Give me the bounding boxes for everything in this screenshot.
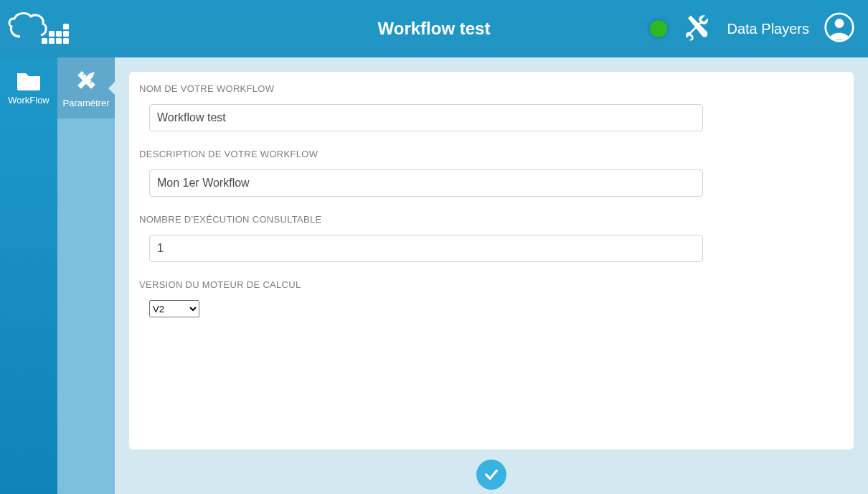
- card-footer: [129, 449, 854, 494]
- settings-form: NOM DE VOTRE WORKFLOW DESCRIPTION DE VOT…: [139, 83, 706, 317]
- settings-card: NOM DE VOTRE WORKFLOW DESCRIPTION DE VOT…: [129, 72, 854, 449]
- user-circle-icon: [824, 11, 855, 43]
- svg-rect-4: [49, 31, 55, 37]
- app-logo[interactable]: [4, 7, 79, 50]
- page-title: Workflow test: [378, 19, 491, 39]
- workflow-name-label: NOM DE VOTRE WORKFLOW: [139, 83, 706, 94]
- svg-rect-6: [63, 31, 69, 37]
- tools-button[interactable]: [681, 11, 713, 46]
- app-header: Workflow test Data Players: [0, 0, 868, 57]
- engine-version-select[interactable]: V2: [149, 300, 199, 317]
- workflow-name-input[interactable]: [149, 104, 703, 131]
- subsidebar-item-label: Paramétrer: [62, 98, 109, 108]
- check-icon: [483, 467, 499, 483]
- exec-count-input[interactable]: [149, 235, 703, 262]
- confirm-button[interactable]: [476, 460, 506, 490]
- workflow-description-input[interactable]: [149, 169, 703, 197]
- svg-rect-5: [56, 31, 62, 37]
- brand-label: Data Players: [727, 21, 810, 37]
- svg-rect-1: [49, 38, 55, 44]
- subsidebar-item-params[interactable]: Paramétrer: [57, 57, 115, 118]
- svg-rect-7: [63, 24, 69, 29]
- status-indicator[interactable]: [650, 20, 667, 37]
- sidebar-item-workflow[interactable]: WorkFlow: [0, 57, 57, 113]
- main-content: NOM DE VOTRE WORKFLOW DESCRIPTION DE VOT…: [115, 57, 868, 494]
- header-right: Data Players: [650, 11, 869, 46]
- tools-icon: [681, 11, 713, 43]
- ruler-pencil-icon: [71, 66, 101, 95]
- cloud-logo-icon: [6, 9, 77, 48]
- primary-sidebar: WorkFlow: [0, 57, 57, 494]
- svg-rect-0: [42, 38, 47, 44]
- exec-count-label: NOMBRE D'EXÉCUTION CONSULTABLE: [139, 214, 706, 225]
- secondary-sidebar: Paramétrer: [57, 57, 115, 494]
- svg-rect-3: [63, 38, 69, 44]
- workflow-description-label: DESCRIPTION DE VOTRE WORKFLOW: [139, 149, 706, 159]
- engine-version-label: VERSION DU MOTEUR DE CALCUL: [139, 279, 706, 290]
- main-body: WorkFlow Paramétrer: [0, 57, 868, 494]
- profile-button[interactable]: [824, 11, 855, 46]
- folder-icon: [16, 69, 42, 92]
- svg-rect-2: [56, 38, 62, 44]
- svg-point-9: [835, 19, 844, 28]
- sidebar-item-label: WorkFlow: [8, 95, 49, 106]
